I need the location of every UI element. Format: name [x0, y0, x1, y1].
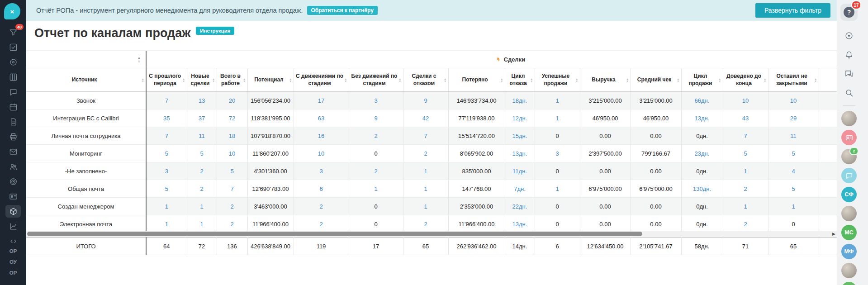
- scrollbar-thumb[interactable]: [27, 232, 642, 236]
- cell[interactable]: 2: [294, 215, 349, 231]
- cell[interactable]: 5: [146, 145, 187, 162]
- contact-card-avatar[interactable]: [841, 130, 857, 145]
- cell-link[interactable]: 130дн.: [693, 185, 711, 192]
- sidebar-item-mail-menu[interactable]: [5, 147, 21, 156]
- cell-link[interactable]: 5: [165, 185, 168, 192]
- sidebar-item-products-menu[interactable]: [5, 205, 21, 218]
- cell-link[interactable]: 10: [318, 150, 324, 157]
- sort-icon[interactable]: ▲▼: [530, 77, 533, 82]
- cell-link[interactable]: 37: [199, 115, 205, 122]
- sort-icon[interactable]: ▲▼: [137, 56, 141, 63]
- cell-link[interactable]: 1: [792, 203, 795, 210]
- cell-link[interactable]: 2: [374, 133, 377, 139]
- cell[interactable]: 1: [723, 162, 768, 180]
- cell-link[interactable]: 1: [555, 97, 559, 104]
- cell-link[interactable]: 1: [200, 203, 203, 210]
- cell[interactable]: 2: [349, 162, 403, 180]
- cell[interactable]: 5: [768, 180, 819, 198]
- cell-link[interactable]: 2: [374, 168, 377, 175]
- cell[interactable]: 2: [349, 127, 403, 145]
- search-button[interactable]: [841, 85, 857, 100]
- cell-link[interactable]: 10: [742, 97, 749, 104]
- sidebar-item-developer-menu[interactable]: [5, 237, 21, 246]
- cell-link[interactable]: 18дн.: [512, 97, 527, 104]
- sidebar-footer-item-3[interactable]: ОР: [9, 270, 17, 276]
- cell[interactable]: 5: [146, 180, 187, 198]
- apps-button[interactable]: [841, 28, 857, 43]
- cell[interactable]: 18дн.: [505, 92, 535, 109]
- sidebar-item-target-menu[interactable]: [5, 177, 21, 186]
- cell-link[interactable]: 5: [165, 150, 168, 157]
- sort-icon[interactable]: ▲▼: [212, 77, 215, 82]
- cell[interactable]: 1: [535, 109, 580, 127]
- cell[interactable]: 6: [294, 180, 349, 198]
- column-header-2[interactable]: Всего в работе▲▼: [217, 68, 247, 92]
- cell-link[interactable]: 7: [424, 133, 427, 139]
- cell-link[interactable]: 16: [318, 133, 324, 139]
- source-group-header[interactable]: ▲▼: [26, 51, 146, 68]
- cell[interactable]: 37: [187, 109, 217, 127]
- cell[interactable]: 7: [146, 127, 187, 145]
- cell[interactable]: 5: [187, 145, 217, 162]
- cell[interactable]: 1: [535, 92, 580, 109]
- cell-link[interactable]: 5: [792, 185, 795, 192]
- partner-link-badge[interactable]: Обратиться к партнёру: [307, 6, 378, 15]
- scroll-right-arrow-icon[interactable]: ▶: [832, 231, 835, 237]
- cell-link[interactable]: 7дн.: [514, 185, 526, 192]
- cell[interactable]: 66дн.: [681, 92, 723, 109]
- instruction-badge[interactable]: Инструкция: [196, 27, 234, 35]
- cell-link[interactable]: 13дн.: [512, 221, 527, 228]
- sort-icon[interactable]: ▲▼: [344, 77, 347, 82]
- cell-link[interactable]: 22дн.: [512, 203, 527, 210]
- cell[interactable]: 2: [217, 198, 247, 215]
- cell-link[interactable]: 2: [200, 185, 203, 192]
- cell[interactable]: 1: [403, 162, 448, 180]
- cell[interactable]: 10: [723, 92, 768, 109]
- cell-link[interactable]: 1: [165, 203, 168, 210]
- cell-link[interactable]: 10: [229, 150, 235, 157]
- cell-link[interactable]: 2: [744, 221, 747, 228]
- cell[interactable]: 12дн.: [505, 109, 535, 127]
- cell-link[interactable]: 3: [555, 150, 559, 157]
- close-assistant-button[interactable]: ×: [4, 3, 20, 19]
- cell-link[interactable]: 5: [200, 150, 203, 157]
- user-sf[interactable]: СФ: [841, 187, 857, 202]
- cell[interactable]: 1: [349, 180, 403, 198]
- column-header-4[interactable]: С движениями по стадиям▲▼: [294, 68, 349, 92]
- user-avatar-4[interactable]: [841, 263, 857, 278]
- cell[interactable]: 7: [217, 180, 247, 198]
- cell-link[interactable]: 9: [374, 115, 377, 122]
- cell[interactable]: 9: [403, 92, 448, 109]
- column-header-13[interactable]: Доведено до конца▲▼: [723, 68, 768, 92]
- sort-icon[interactable]: ▲▼: [289, 77, 292, 82]
- cell[interactable]: 2: [187, 162, 217, 180]
- sidebar-footer-item-2[interactable]: ОУ: [9, 259, 17, 265]
- cell[interactable]: 7дн.: [505, 180, 535, 198]
- user-avatar-2[interactable]: 2: [841, 149, 857, 164]
- sidebar-item-print-menu[interactable]: [5, 132, 21, 141]
- cell[interactable]: 5: [217, 162, 247, 180]
- sort-icon[interactable]: ▲▼: [142, 77, 144, 82]
- cell[interactable]: 10: [768, 92, 819, 109]
- cell[interactable]: 3: [146, 162, 187, 180]
- sidebar-item-clients-menu[interactable]: [5, 162, 21, 171]
- cell[interactable]: 2: [294, 198, 349, 215]
- cell[interactable]: 1: [768, 198, 819, 215]
- cell-link[interactable]: 72: [229, 115, 235, 122]
- sidebar-footer-item-1[interactable]: ОР: [9, 248, 17, 254]
- cell[interactable]: 2: [217, 215, 247, 231]
- column-header-5[interactable]: Без движений по стадиям▲▼: [349, 68, 403, 92]
- cell-link[interactable]: 1: [555, 185, 559, 192]
- cell[interactable]: 4: [768, 162, 819, 180]
- cell[interactable]: 11дн.: [505, 162, 535, 180]
- cell-link[interactable]: 5: [230, 168, 233, 175]
- sidebar-item-contacts-menu[interactable]: [5, 192, 21, 201]
- cell[interactable]: 1: [723, 198, 768, 215]
- cell-link[interactable]: 1: [374, 185, 377, 192]
- cell[interactable]: 72: [217, 109, 247, 127]
- cell[interactable]: 42: [403, 109, 448, 127]
- cell-link[interactable]: 4: [792, 168, 795, 175]
- cell-link[interactable]: 2: [319, 203, 323, 210]
- sort-icon[interactable]: ▲▼: [626, 77, 629, 82]
- cell[interactable]: 3: [349, 92, 403, 109]
